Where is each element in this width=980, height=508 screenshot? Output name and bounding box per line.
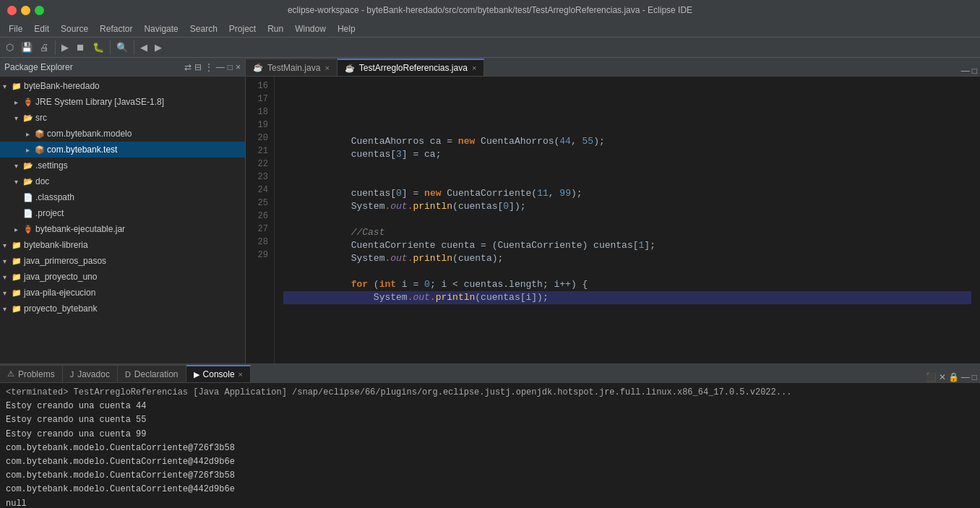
folder-icon: 📂 — [23, 176, 35, 186]
code-line-26: System.out.println(cuenta); — [283, 252, 971, 265]
package-explorer-title: Package Explorer — [4, 62, 73, 72]
toolbar-run[interactable]: ▶ — [59, 40, 72, 56]
tree-label-bytebank-heredado: byteBank-heredado — [24, 81, 100, 91]
editor-tab-maximize[interactable]: □ — [972, 66, 977, 76]
menu-item-refactor[interactable]: Refactor — [94, 22, 138, 35]
tree-item-proyecto-bytebank[interactable]: ▾📁proyecto_bytebank — [0, 301, 245, 317]
project-icon: 📁 — [12, 256, 24, 266]
menu-item-file[interactable]: File — [3, 22, 28, 35]
editor-tab-TestArregloReferencias[interactable]: ☕TestArregloReferencias.java× — [338, 59, 485, 76]
pe-collapse-btn[interactable]: ⊟ — [194, 62, 202, 72]
file-icon: 📄 — [23, 192, 35, 202]
pe-close-btn[interactable]: × — [236, 62, 241, 72]
pe-sync-btn[interactable]: ⇄ — [184, 62, 192, 72]
editor-tab-TestMain[interactable]: ☕TestMain.java× — [246, 59, 338, 76]
package-icon: 📦 — [35, 129, 47, 139]
console-line-1: Estoy creando una cuenta 55 — [6, 413, 974, 427]
tree-label-bytebank-libreria: bytebank-libreria — [24, 240, 88, 250]
tree-item-java-pila-ejecucion[interactable]: ▾📁java-pila-ejecucion — [0, 285, 245, 301]
console-tab-icon: ▶ — [194, 370, 199, 379]
menu-item-edit[interactable]: Edit — [28, 22, 55, 35]
tree-item-com-bytebank-test[interactable]: ▸📦com.bytebank.test — [0, 142, 245, 158]
line-num-25: 25 — [246, 197, 274, 210]
line-num-28: 28 — [246, 236, 274, 249]
line-num-16: 16 — [246, 79, 274, 92]
menu-item-search[interactable]: Search — [184, 22, 223, 35]
pe-menu-btn[interactable]: ⋮ — [205, 62, 213, 72]
menu-item-window[interactable]: Window — [289, 22, 332, 35]
code-editor[interactable]: 1617181920212223242526272829 CuentaAhorr… — [246, 77, 980, 363]
pe-maximize-btn[interactable]: □ — [228, 62, 233, 72]
toolbar-stop[interactable]: ⏹ — [73, 40, 88, 56]
menu-item-navigate[interactable]: Navigate — [138, 22, 184, 35]
menu-item-project[interactable]: Project — [223, 22, 262, 35]
close-button[interactable] — [7, 6, 17, 15]
console-stop[interactable]: ⬛ — [926, 372, 937, 382]
bottom-tab-javadoc[interactable]: JJavadoc — [63, 365, 118, 382]
code-content[interactable]: CuentaAhorros ca = new CuentaAhorros(44,… — [275, 77, 980, 363]
toolbar-new[interactable]: ⬡ — [3, 40, 17, 56]
tab-close-TestArregloReferencias[interactable]: × — [472, 64, 476, 72]
code-line-17: CuentaAhorros ca = new CuentaAhorros(44,… — [283, 135, 971, 148]
console-tab-close[interactable]: × — [238, 370, 243, 379]
window-controls — [7, 6, 44, 15]
toolbar-save[interactable]: 💾 — [18, 40, 35, 56]
tree-item-bytebank-heredado[interactable]: ▾📁byteBank-heredado — [0, 78, 245, 94]
tree-item-com-bytebank-modelo[interactable]: ▸📦com.bytebank.modelo — [0, 126, 245, 142]
bottom-tab-declaration[interactable]: DDeclaration — [118, 365, 186, 382]
console-line-5: com.bytebank.modelo.CuentaCorriente@726f… — [6, 469, 974, 483]
toolbar-back[interactable]: ◀ — [137, 40, 150, 56]
tree-arrow-src: ▾ — [14, 114, 23, 122]
pe-title-area: Package Explorer — [4, 62, 73, 72]
line-num-21: 21 — [246, 145, 274, 158]
tree-arrow-doc: ▾ — [14, 178, 23, 186]
console-output: <terminated> TestArregloReferencias [Jav… — [0, 383, 980, 508]
menu-item-run[interactable]: Run — [262, 22, 289, 35]
toolbar-print[interactable]: 🖨 — [37, 40, 52, 56]
console-line-2: Estoy creando una cuenta 99 — [6, 428, 974, 442]
line-numbers: 1617181920212223242526272829 — [246, 77, 275, 363]
console-scroll-lock[interactable]: 🔒 — [948, 372, 959, 382]
bottom-tab-problems[interactable]: ⚠Problems — [0, 365, 63, 382]
tree-item-jre-library[interactable]: ▸🏺JRE System Library [JavaSE-1.8] — [0, 94, 245, 110]
folder-icon: 📂 — [23, 160, 35, 171]
line-num-23: 23 — [246, 171, 274, 184]
tab-close-TestMain[interactable]: × — [324, 64, 329, 72]
menu-item-help[interactable]: Help — [332, 22, 361, 35]
jar-icon: 🏺 — [23, 224, 35, 234]
menu-item-source[interactable]: Source — [55, 22, 94, 35]
tree-item-java-proyecto-uno[interactable]: ▾📁java_proyecto_uno — [0, 269, 245, 285]
tree-label-com-bytebank-modelo: com.bytebank.modelo — [47, 129, 132, 139]
console-maximize[interactable]: □ — [972, 372, 977, 382]
line-num-17: 17 — [246, 92, 274, 106]
tree-item-settings[interactable]: ▾📂.settings — [0, 158, 245, 173]
tree-arrow-bytebank-jar: ▸ — [14, 225, 23, 233]
tree-arrow-bytebank-heredado: ▾ — [3, 82, 12, 90]
pe-actions: ⇄ ⊟ ⋮ — □ × — [184, 62, 241, 72]
line-num-20: 20 — [246, 132, 274, 145]
minimize-button[interactable] — [21, 6, 30, 15]
line-num-24: 24 — [246, 184, 274, 197]
bottom-tab-actions: ⬛ ✕ 🔒 — □ — [923, 372, 980, 382]
tree-label-java-pila-ejecucion: java-pila-ejecucion — [24, 288, 95, 298]
tree-item-project[interactable]: 📄.project — [0, 205, 245, 221]
tree-item-bytebank-jar[interactable]: ▸🏺bytebank-ejecutable.jar — [0, 221, 245, 237]
console-terminated-line: <terminated> TestArregloReferencias [Jav… — [6, 386, 974, 400]
console-line-6: com.bytebank.modelo.CuentaCorriente@442d… — [6, 483, 974, 496]
pe-minimize-btn[interactable]: — — [216, 62, 225, 72]
console-clear[interactable]: ✕ — [939, 372, 946, 382]
tree-item-doc[interactable]: ▾📂doc — [0, 173, 245, 189]
maximize-button[interactable] — [35, 6, 44, 15]
tree-label-doc: doc — [35, 176, 49, 186]
editor-tab-minimize[interactable]: — — [961, 66, 970, 76]
tree-item-java-primeros-pasos[interactable]: ▾📁java_primeros_pasos — [0, 253, 245, 269]
toolbar-search[interactable]: 🔍 — [113, 40, 131, 56]
console-minimize[interactable]: — — [961, 372, 970, 382]
toolbar-debug[interactable]: 🐛 — [90, 40, 107, 56]
toolbar-forward[interactable]: ▶ — [152, 40, 165, 56]
tree-item-bytebank-libreria[interactable]: ▾📁bytebank-libreria — [0, 237, 245, 253]
tree-item-src[interactable]: ▾📂src — [0, 110, 245, 126]
tree-item-classpath[interactable]: 📄.classpath — [0, 189, 245, 205]
tree-arrow-java-pila-ejecucion: ▾ — [3, 289, 12, 297]
bottom-tab-console[interactable]: ▶Console× — [186, 365, 251, 382]
